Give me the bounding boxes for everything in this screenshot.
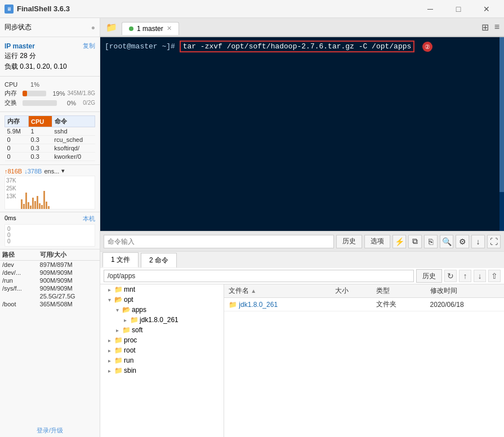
col-modified[interactable]: 修改时间 bbox=[426, 284, 504, 298]
mem-row: 内存 19% 345M/1.8G bbox=[5, 89, 95, 97]
settings-icon[interactable]: ⚙ bbox=[456, 235, 469, 248]
col-type[interactable]: 类型 bbox=[372, 284, 425, 298]
tab-master[interactable]: 1 master ✕ bbox=[122, 22, 179, 35]
command-input[interactable] bbox=[104, 235, 334, 248]
proc-cmd: ksoftirqd/ bbox=[52, 144, 95, 153]
fm-up-icon[interactable]: ↑ bbox=[459, 270, 471, 282]
app-icon: 🖥 bbox=[5, 5, 14, 14]
net-interface: ens... bbox=[44, 168, 59, 175]
cpu-label: CPU bbox=[5, 81, 20, 88]
mem-bar bbox=[23, 91, 46, 96]
tree-item[interactable]: ▸📁soft bbox=[100, 325, 224, 335]
terminal[interactable]: [root@master ~]# tar -zxvf /opt/soft/had… bbox=[100, 37, 504, 231]
terminal-scrollbar[interactable] bbox=[499, 37, 504, 231]
options-button[interactable]: 选项 bbox=[364, 235, 390, 248]
fullscreen-icon[interactable]: ⛶ bbox=[487, 235, 501, 248]
proc-cpu: 0.3 bbox=[29, 153, 52, 161]
tree-item[interactable]: ▾📂opt bbox=[100, 295, 224, 305]
tree-item[interactable]: ▸📁jdk1.8.0_261 bbox=[100, 315, 224, 325]
tree-arrow-icon: ▸ bbox=[108, 368, 114, 374]
disk-size: 897M/897M bbox=[38, 261, 100, 269]
process-col-cmd: 命令 bbox=[52, 116, 95, 127]
net-expand-icon[interactable]: ▾ bbox=[61, 167, 65, 175]
search-icon[interactable]: 🔍 bbox=[440, 235, 453, 248]
terminal-line: [root@master ~]# tar -zxvf /opt/soft/had… bbox=[105, 42, 499, 52]
term-command: tar -zxvf /opt/soft/hadoop-2.7.6.tar.gz … bbox=[180, 41, 415, 52]
sync-label: 同步状态 bbox=[5, 23, 32, 32]
term-prompt: [root@master ~]# bbox=[105, 42, 175, 51]
tab-commands[interactable]: 2 命令 bbox=[141, 253, 177, 267]
tab-menu-icon[interactable]: ≡ bbox=[492, 22, 502, 32]
close-button[interactable]: ✕ bbox=[474, 0, 499, 18]
titlebar: 🖥 FinalShell 3.6.3 ─ □ ✕ bbox=[0, 0, 504, 18]
cpu-value: 1% bbox=[23, 81, 39, 88]
login-upgrade-button[interactable]: 登录/升级 bbox=[0, 424, 100, 437]
fm-history-button[interactable]: 历史 bbox=[416, 269, 442, 283]
disk-size: 365M/508M bbox=[38, 300, 100, 308]
tab-dot bbox=[129, 26, 133, 31]
tree-label: opt bbox=[124, 296, 133, 304]
tree-item[interactable]: ▸📁run bbox=[100, 355, 224, 365]
net-y2: 25K bbox=[6, 185, 16, 193]
net-y1: 37K bbox=[6, 177, 16, 185]
disk-size: 909M/909M bbox=[38, 284, 100, 292]
folder-icon: 📁 bbox=[114, 367, 123, 374]
tab-label: 1 master bbox=[137, 25, 163, 33]
disk-row: /dev897M/897M bbox=[0, 261, 100, 269]
maximize-button[interactable]: □ bbox=[445, 0, 471, 18]
fm-toolbar: 历史 ↻ ↑ ↓ ⇧ bbox=[100, 268, 504, 284]
tabbar: 📁 1 master ✕ ⊞ ≡ bbox=[100, 18, 504, 37]
latency-area: 0ms 本机 000 bbox=[0, 212, 100, 249]
fm-refresh-icon[interactable]: ↻ bbox=[444, 270, 457, 282]
proc-cpu: 0.3 bbox=[29, 144, 52, 153]
tree-item[interactable]: ▸📁sbin bbox=[100, 365, 224, 376]
tree-arrow-icon: ▸ bbox=[108, 287, 114, 293]
copy-icon[interactable]: ⧉ bbox=[408, 235, 422, 248]
sidebar: 同步状态 ● IP master 复制 运行 28 分 负载 0.31, 0.2… bbox=[0, 18, 100, 437]
col-filename[interactable]: 文件名 ▲ bbox=[224, 284, 331, 298]
proc-cmd: rcu_sched bbox=[52, 136, 95, 144]
tree-item[interactable]: ▸📁root bbox=[100, 345, 224, 355]
folder-icon: 📁 bbox=[122, 326, 131, 334]
right-panel: 📁 1 master ✕ ⊞ ≡ [root@master ~]# tar -z… bbox=[100, 18, 504, 437]
files-tbody: 📁 jdk1.8.0_261文件夹2020/06/18 bbox=[224, 298, 504, 311]
lightning-icon[interactable]: ⚡ bbox=[393, 235, 406, 248]
process-row: 00.3ksoftirqd/ bbox=[5, 144, 95, 153]
tree-arrow-icon: ▾ bbox=[108, 297, 114, 303]
folder-icon[interactable]: 📁 bbox=[102, 22, 121, 33]
disk-col-size: 可用/大小 bbox=[38, 249, 100, 261]
fm-tree: ▸📁mnt▾📂opt▾📂apps▸📁jdk1.8.0_261▸📁soft▸📁pr… bbox=[100, 284, 224, 437]
tree-arrow-icon: ▸ bbox=[108, 358, 114, 364]
net-header: ↑816B ↓378B ens... ▾ bbox=[5, 167, 95, 175]
latency-local: 本机 bbox=[83, 215, 95, 223]
process-col-mem: 内存 bbox=[5, 116, 29, 127]
process-row: 00.3rcu_sched bbox=[5, 136, 95, 144]
net-up-label: ↑816B bbox=[5, 168, 22, 175]
folder-icon: 📁 bbox=[114, 356, 123, 364]
minimize-button[interactable]: ─ bbox=[417, 0, 443, 18]
copy-button[interactable]: 复制 bbox=[83, 42, 95, 50]
tab-close-icon[interactable]: ✕ bbox=[167, 25, 172, 32]
grid-view-icon[interactable]: ⊞ bbox=[479, 22, 491, 33]
col-size[interactable]: 大小 bbox=[331, 284, 372, 298]
fm-content: ▸📁mnt▾📂opt▾📂apps▸📁jdk1.8.0_261▸📁soft▸📁pr… bbox=[100, 284, 504, 437]
history-button[interactable]: 历史 bbox=[336, 235, 362, 248]
fm-path-input[interactable] bbox=[104, 270, 414, 282]
download-icon[interactable]: ↓ bbox=[471, 235, 485, 248]
tree-item[interactable]: ▸📁mnt bbox=[100, 284, 224, 295]
fm-upload-icon[interactable]: ⇧ bbox=[488, 270, 501, 282]
disk-path: /dev/... bbox=[0, 269, 38, 277]
tree-label: root bbox=[124, 346, 136, 354]
tree-item[interactable]: ▸📁proc bbox=[100, 335, 224, 345]
file-row[interactable]: 📁 jdk1.8.0_261文件夹2020/06/18 bbox=[224, 298, 504, 311]
tree-item[interactable]: ▾📂apps bbox=[100, 305, 224, 315]
bottom-tabs: 1 文件 2 命令 bbox=[100, 251, 504, 268]
mem-value: 345M/1.8G bbox=[68, 90, 95, 96]
tab-files[interactable]: 1 文件 bbox=[102, 252, 139, 267]
paste-icon[interactable]: ⎘ bbox=[424, 235, 438, 248]
fm-download-icon[interactable]: ↓ bbox=[474, 270, 486, 282]
disk-table: 路径 可用/大小 /dev897M/897M/dev/...909M/909M/… bbox=[0, 249, 100, 308]
tree-label: apps bbox=[132, 306, 146, 314]
disk-row: /sys/f...909M/909M bbox=[0, 284, 100, 292]
tree-label: proc bbox=[124, 336, 137, 344]
